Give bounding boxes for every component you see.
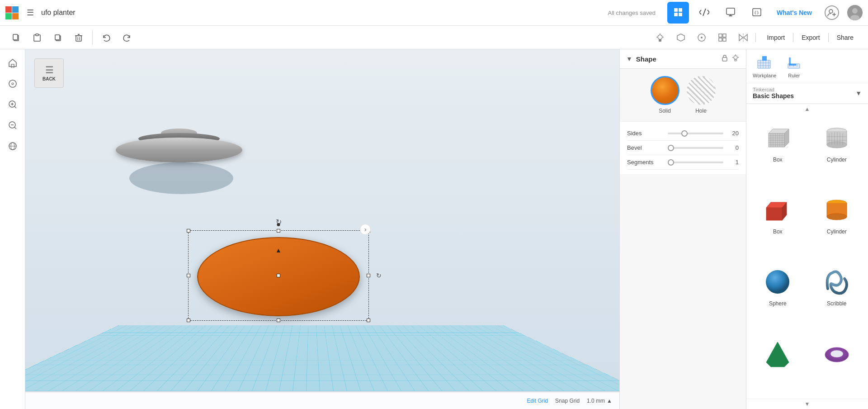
hole-type-button[interactable]: Hole xyxy=(687,76,716,114)
sides-slider[interactable] xyxy=(668,133,723,134)
delete-button[interactable] xyxy=(70,29,88,47)
workplane-button[interactable]: Workplane xyxy=(753,54,776,78)
grid-icon-btn[interactable] xyxy=(714,29,731,46)
dropdown-title: Basic Shapes xyxy=(753,92,855,100)
fit-all-button[interactable] xyxy=(4,75,22,93)
viewport: ☰ BACK xyxy=(25,49,619,409)
panel-collapse-icon[interactable]: ▼ xyxy=(626,55,632,62)
handle-mid-left[interactable] xyxy=(187,274,190,277)
undo-button[interactable] xyxy=(97,29,115,47)
handle-bottom-right[interactable] xyxy=(367,319,370,322)
copy-button[interactable] xyxy=(7,29,25,47)
svg-text:{}: {} xyxy=(754,10,759,15)
add-user-button[interactable] xyxy=(821,4,843,22)
svg-point-44 xyxy=(9,80,16,87)
shape-item-wire-cylinder[interactable]: Cylinder xyxy=(809,118,865,186)
ufo-object[interactable] xyxy=(116,128,242,165)
user-avatar[interactable] xyxy=(847,5,863,20)
collapse-shape-panel-button[interactable]: › xyxy=(360,224,371,235)
solid-type-button[interactable]: Solid xyxy=(651,76,679,114)
add-person-icon xyxy=(825,5,839,20)
svg-rect-3 xyxy=(679,13,682,16)
hole-circle-preview xyxy=(687,76,716,105)
handle-bottom-left[interactable] xyxy=(187,319,190,322)
shape-panel-header: ▼ Shape xyxy=(620,49,746,69)
workplane-ruler-bar: Workplane Ruler xyxy=(746,49,868,83)
back-arrow-icon: ☰ xyxy=(45,65,53,76)
light-panel-icon[interactable] xyxy=(731,54,740,64)
segments-label: Segments xyxy=(627,159,663,166)
shape-item-sphere[interactable]: Sphere xyxy=(750,262,806,330)
rotate-handle-right[interactable]: ↻ xyxy=(376,272,382,279)
hamburger-menu-icon[interactable]: ☰ xyxy=(27,8,34,18)
shape-item-wire-box[interactable]: Box xyxy=(750,118,806,186)
shape-item-solid-box[interactable]: Box xyxy=(750,190,806,258)
paste-button[interactable] xyxy=(28,29,46,47)
shape-item-pyramid-green[interactable] xyxy=(750,333,806,395)
light-icon-btn[interactable] xyxy=(651,29,669,46)
dropdown-brand: Tinkercad xyxy=(753,87,855,92)
zoom-in-button[interactable] xyxy=(4,95,22,114)
svg-point-27 xyxy=(658,35,662,39)
shape-item-solid-cylinder[interactable]: Cylinder xyxy=(809,190,865,258)
svg-marker-41 xyxy=(744,34,747,41)
segments-value: 1 xyxy=(728,159,739,166)
sim-button[interactable] xyxy=(720,2,741,24)
shape-item-scribble[interactable]: Scribble xyxy=(809,262,865,330)
project-name[interactable]: ufo planter xyxy=(41,9,75,17)
selected-shape[interactable]: ▲ ↻ ↻ xyxy=(188,230,369,321)
bevel-label: Bevel xyxy=(627,144,663,151)
height-handle[interactable] xyxy=(277,223,280,226)
panel-header-icons xyxy=(721,54,740,64)
duplicate-button[interactable] xyxy=(49,29,67,47)
svg-point-45 xyxy=(12,83,14,85)
edit-grid-label[interactable]: Edit Grid xyxy=(527,398,548,404)
shape-panel-title: Shape xyxy=(636,55,717,63)
shapes-library-dropdown[interactable]: Tinkercad Basic Shapes ▼ xyxy=(746,83,868,104)
svg-rect-2 xyxy=(674,13,678,16)
polygon-icon-btn[interactable] xyxy=(672,29,689,46)
grid-bar: Edit Grid Snap Grid 1.0 mm ▲ xyxy=(25,392,619,409)
scroll-down-arrow[interactable]: ▼ xyxy=(746,399,868,409)
handle-mid-right[interactable] xyxy=(367,274,370,277)
code-editor-button[interactable]: {} xyxy=(746,2,768,24)
svg-point-35 xyxy=(701,37,703,38)
handle-bottom-mid[interactable] xyxy=(277,319,280,322)
svg-rect-21 xyxy=(55,35,60,40)
svg-rect-77 xyxy=(789,57,791,65)
svg-rect-6 xyxy=(729,15,732,16)
grid-view-button[interactable] xyxy=(667,2,689,24)
export-button[interactable]: Export xyxy=(794,30,827,45)
shape-item-torus-purple[interactable] xyxy=(809,333,865,395)
scene-canvas[interactable]: ▲ ↻ ↻ xyxy=(25,49,619,409)
orthographic-button[interactable] xyxy=(4,137,22,155)
wire-box-thumb xyxy=(762,122,793,154)
autosave-status: All changes saved xyxy=(608,10,656,16)
center-handle[interactable] xyxy=(277,274,280,277)
redo-button[interactable] xyxy=(118,29,136,47)
zoom-out-button[interactable] xyxy=(4,116,22,134)
import-button[interactable]: Import xyxy=(760,30,792,45)
segments-slider[interactable] xyxy=(668,162,723,163)
circle-dot-icon-btn[interactable] xyxy=(693,29,710,46)
back-button[interactable]: ☰ BACK xyxy=(34,58,64,88)
svg-rect-5 xyxy=(726,8,735,14)
whats-new-button[interactable]: What's New xyxy=(772,6,816,19)
pyramid-green-thumb xyxy=(762,338,793,369)
bevel-slider[interactable] xyxy=(668,147,723,149)
solid-box-label: Box xyxy=(773,228,783,235)
mirror-icon-btn[interactable] xyxy=(735,29,752,46)
codeblocks-button[interactable] xyxy=(693,2,715,24)
share-button[interactable]: Share xyxy=(830,30,861,45)
ruler-button[interactable]: Ruler xyxy=(785,54,802,78)
import-export-share-bar: Import Export Share xyxy=(760,30,861,45)
home-view-button[interactable] xyxy=(4,54,22,72)
svg-rect-19 xyxy=(36,34,38,36)
tinkercad-logo[interactable] xyxy=(5,6,19,19)
svg-rect-17 xyxy=(13,34,18,40)
scroll-up-arrow[interactable]: ▲ xyxy=(746,104,868,114)
lock-icon[interactable] xyxy=(721,54,729,64)
snap-grid-select[interactable]: 1.0 mm ▲ xyxy=(587,398,612,404)
handle-top-mid[interactable] xyxy=(277,229,280,233)
handle-top-left[interactable] xyxy=(187,229,190,233)
